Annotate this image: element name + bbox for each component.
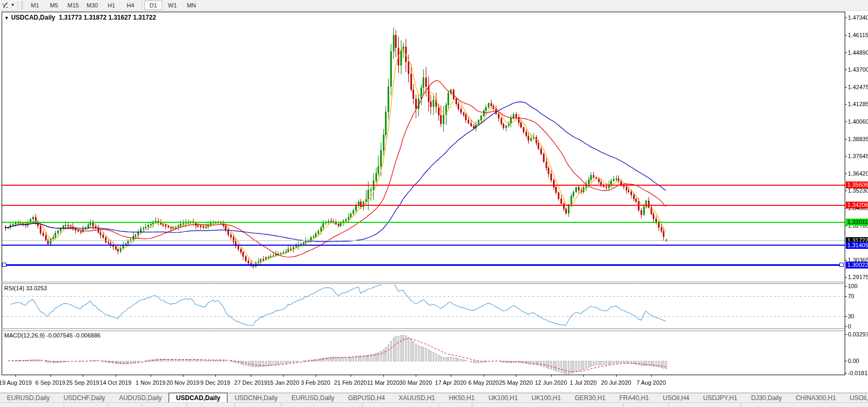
price-level-tag: 1.30022 [846,262,868,269]
price-level-tag: 1.34206 [846,202,868,209]
chart-title: ▼USDCAD,Daily 1.31773 1.31872 1.31627 1.… [4,14,156,21]
price-axis-label: 1.42475 [848,84,868,90]
price-axis-label: 1.47340 [848,14,868,21]
date-axis-label: 6 Sep 2019 [36,379,65,386]
date-axis-label: 7 Aug 2020 [636,379,666,386]
rsi-level-dashed-line [2,316,845,317]
horizontal-level-line-1.31405[interactable] [2,245,845,246]
price-axis-label: 1.36420 [848,170,868,177]
price-axis-label: 1.43700 [848,66,868,73]
price-axis-label: 1.38835 [848,136,868,142]
chart-tab-eurusd-daily[interactable]: EURUSD,Daily [285,393,341,403]
price-chart-canvas[interactable] [0,0,868,393]
price-axis-label: 1.40060 [848,118,868,125]
price-axis-label: 1.46115 [848,32,868,38]
date-axis-label: 9 Dec 2019 [200,379,230,386]
date-axis-label: 27 Dec 2019 [234,379,267,386]
price-axis-label: 1.41285 [848,101,868,107]
chart-tab-usdjpy-h1[interactable]: USDJPY,H1 [696,393,744,403]
chart-symbol-label: USDCAD,Daily [11,14,55,21]
price-axis-label: 1.44890 [848,49,868,56]
chart-tab-usdchf-daily[interactable]: USDCHF,Daily [57,393,112,403]
price-level-tag: 1.31405 [846,242,868,249]
current-price-line [2,240,845,241]
chart-tab-bar: EURUSD,DailyUSDCHF,DailyAUDUSD,DailyUSDC… [0,393,868,403]
status-bar-divider [234,403,235,407]
macd-axis-label: -0.018154 [848,370,868,376]
chart-tab-eurusd-daily[interactable]: EURUSD,Daily [0,393,57,403]
horizontal-level-line-1.34206[interactable] [2,205,845,206]
chart-tab-dj30-daily[interactable]: DJ30,Daily [744,393,789,403]
date-axis-label: 20 Nov 2019 [166,379,199,386]
date-axis-label: 25 May 2020 [499,379,533,386]
chart-tab-gbpusd-h4[interactable]: GBPUSD,H4 [341,393,391,403]
mt4-window: ▼ M1M5M15M30H1H4 D1W1MN ▼USDCAD,Daily 1.… [0,0,868,407]
title-dropdown-icon[interactable]: ▼ [4,15,9,21]
date-axis-label: 14 Oct 2019 [100,379,131,386]
chart-tab-usdcad-daily[interactable]: USDCAD,Daily [169,393,227,403]
rsi-axis-label: 0 [848,323,851,330]
date-axis-label: 20 Jul 2020 [601,379,632,386]
horizontal-level-line-1.35606[interactable] [2,185,845,186]
date-axis-label: 1 Nov 2019 [136,379,165,386]
price-level-tag: 1.33011 [846,219,868,226]
horizontal-level-line-1.30022[interactable] [2,264,840,266]
chart-tab-uk100-h1[interactable]: UK100,H1 [525,393,568,403]
status-bar-divider [108,403,109,407]
date-axis-label: 11 Mar 2020 [367,379,400,386]
chart-tab-ger30-h1[interactable]: GER30,H1 [568,393,612,403]
date-axis-label: 1 Jul 2020 [570,379,597,386]
status-bar-divider [741,403,741,407]
chart-tab-china300-h1[interactable]: CHINA300,H1 [789,393,843,403]
chart-tab-hk50-h1[interactable]: HK50,H1 [442,393,482,403]
rsi-level-dashed-line [2,296,845,297]
date-axis-label: 30 Mar 2020 [399,379,432,386]
price-axis-label: 1.29175 [848,274,868,280]
chart-tab-uk100-h1[interactable]: UK100,H1 [481,393,524,403]
macd-indicator-label: MACD(12,26,9) -0.007545 -0.006886 [4,332,101,339]
status-bar-divider [142,403,143,407]
chart-tab-usoil-h4[interactable]: USOil,H4 [656,393,696,403]
date-axis-label: 3 Feb 2020 [301,379,330,386]
level-line-handle[interactable] [839,263,844,267]
date-axis-label: 17 Apr 2020 [435,379,466,386]
macd-axis-label: 0.00 [848,358,859,364]
status-bar-divider [439,403,439,407]
date-axis-label: 12 Jun 2020 [535,379,567,386]
date-axis-label: 19 Aug 2019 [0,379,32,386]
status-bar-divider [623,403,624,407]
status-bar-divider [281,403,282,407]
chart-tab-audusd-daily[interactable]: AUDUSD,Daily [112,393,169,403]
chart-tab-fra40-h1[interactable]: FRA40,H1 [612,393,656,403]
status-bar-divider [64,403,64,407]
rsi-axis-label: 100 [848,283,857,289]
status-bar-divider [668,403,669,407]
date-axis-label: 25 Sep 2019 [66,379,99,386]
date-axis-label: 21 Feb 2020 [334,379,367,386]
chart-tab-usdcnh-daily[interactable]: USDCNH,Daily [227,393,284,403]
chart-tab-usoil-h1[interactable]: USOil,H1 [843,393,868,403]
status-bar-divider [362,403,363,407]
macd-axis-label: 0.032972 [848,331,868,337]
date-axis-label: 15 Jan 2020 [267,379,300,386]
status-bar-divider [472,403,472,407]
status-bar-divider [187,403,187,407]
horizontal-level-line-1.33011[interactable] [2,222,845,223]
rsi-indicator-label: RSI(14) 33.0253 [4,285,47,291]
date-axis-label: 6 May 2020 [468,379,498,386]
chart-tab-xauusd-h1[interactable]: XAUUSD,H1 [392,393,442,403]
price-axis-label: 1.37645 [848,153,868,159]
price-level-tag: 1.35606 [846,181,868,188]
level-line-handle[interactable] [2,263,6,267]
chart-ohlc-values: 1.31773 1.31872 1.31627 1.31722 [59,14,156,21]
status-bar [0,402,868,407]
rsi-axis-label: 30 [848,313,854,319]
rsi-axis-label: 70 [848,293,854,299]
